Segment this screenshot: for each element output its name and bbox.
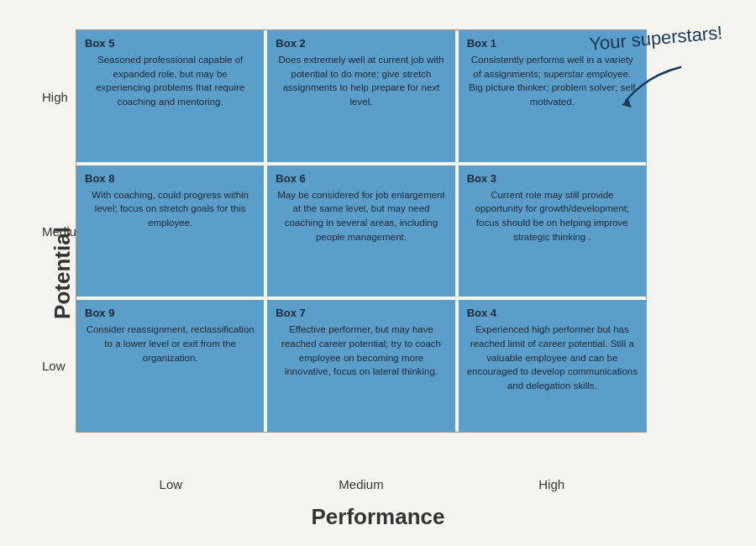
cell-title: Box 8 bbox=[85, 172, 255, 185]
performance-label: Performance bbox=[126, 504, 630, 530]
x-label-low: Low bbox=[76, 477, 266, 491]
cell-box7: Box 7Effective performer, but may have r… bbox=[267, 300, 454, 432]
chart-container: Potential High Medium Low Box 5Seasoned … bbox=[17, 13, 739, 533]
cell-box5: Box 5Seasoned professional capable of ex… bbox=[76, 30, 264, 162]
x-axis-labels: Low Medium High bbox=[76, 477, 647, 491]
cell-box4: Box 4Experienced high performer but has … bbox=[459, 300, 646, 432]
cell-text: Consider reassignment, reclassification … bbox=[85, 323, 255, 365]
nine-box-grid: Box 5Seasoned professional capable of ex… bbox=[76, 29, 647, 433]
cell-box6: Box 6May be considered for job enlargeme… bbox=[267, 165, 454, 297]
cell-box8: Box 8With coaching, could progress withi… bbox=[76, 165, 264, 297]
cell-title: Box 9 bbox=[85, 307, 255, 319]
cell-text: Seasoned professional capable of expande… bbox=[85, 53, 255, 109]
cell-box2: Box 2Does extremely well at current job … bbox=[267, 30, 454, 162]
x-label-medium: Medium bbox=[266, 477, 457, 491]
cell-title: Box 6 bbox=[276, 172, 446, 185]
cell-title: Box 4 bbox=[467, 307, 638, 319]
cell-text: Current role may still provide opportuni… bbox=[467, 188, 638, 244]
cell-title: Box 5 bbox=[85, 37, 255, 50]
superstars-label: Your superstars! bbox=[588, 22, 723, 55]
cell-title: Box 2 bbox=[276, 37, 446, 50]
cell-text: Experienced high performer but has reach… bbox=[467, 323, 638, 392]
cell-text: With coaching, could progress within lev… bbox=[85, 188, 255, 230]
x-label-high: High bbox=[456, 477, 647, 491]
cell-text: Effective performer, but may have reache… bbox=[276, 323, 446, 379]
cell-box9: Box 9Consider reassignment, reclassifica… bbox=[76, 300, 264, 432]
superstars-arrow bbox=[613, 59, 689, 109]
cell-box3: Box 3Current role may still provide oppo… bbox=[459, 165, 646, 297]
cell-title: Box 3 bbox=[467, 172, 638, 185]
cell-title: Box 7 bbox=[276, 307, 446, 319]
cell-text: Does extremely well at current job with … bbox=[276, 53, 446, 109]
cell-text: Consistently performs well in a variety … bbox=[467, 53, 638, 109]
cell-text: May be considered for job enlargement at… bbox=[276, 188, 446, 244]
